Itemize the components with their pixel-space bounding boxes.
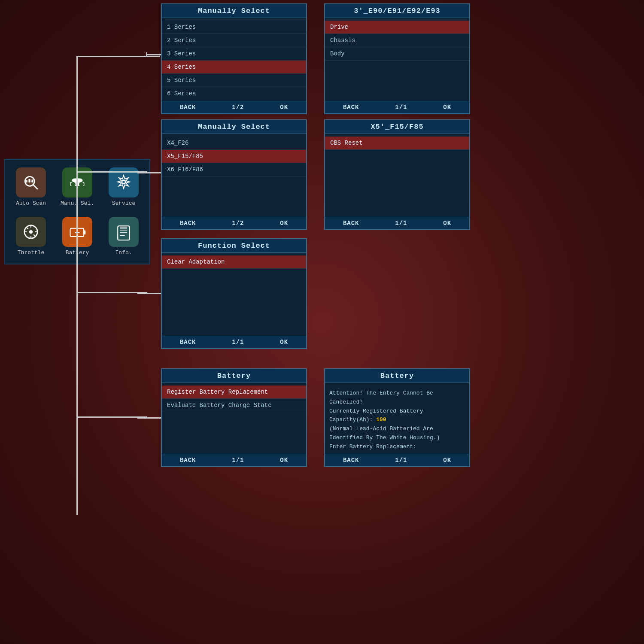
panel7-ok-button[interactable]: OK [443,457,451,464]
list-item-chassis[interactable]: Chassis [325,34,469,47]
panel6-back-button[interactable]: BACK [180,457,196,464]
autoscan-icon-bg [16,167,46,197]
panel2-back-button[interactable]: BACK [343,104,359,111]
svg-line-19 [33,234,35,236]
info-icon [114,222,133,241]
panel-battery-left-content: Register Battery Replacement Evaluate Ba… [162,386,306,450]
list-item-4series[interactable]: 4 Series [162,61,306,74]
panel-manually-select-2-title: Manually Select [198,123,270,131]
menu-item-throttle[interactable]: Throttle [9,213,52,259]
list-item-x5[interactable]: X5_F15/F85 [162,150,306,163]
panel4-back-button[interactable]: BACK [343,220,359,227]
panel-e90: 3'_E90/E91/E92/E93 Drive Chassis Body BA… [324,3,470,114]
hline-3 [76,292,147,293]
list-item-6series[interactable]: 6 Series [162,87,306,97]
svg-point-11 [122,181,125,183]
list-item-register-battery[interactable]: Register Battery Replacement [162,386,306,399]
panel-e90-title: 3'_E90/E91/E92/E93 [354,7,440,15]
panel-manually-select-2-content: X4_F26 X5_F15/F85 X6_F16/F86 [162,137,306,213]
panel-battery-left-footer: BACK 1/1 OK [162,454,306,466]
panel-manually-select-1-content: 1 Series 2 Series 3 Series 4 Series 5 Se… [162,21,306,97]
svg-rect-4 [31,179,33,182]
panel-battery-right-content: Attention! The Entery Cannot Be Cancelle… [325,386,469,450]
panel7-page: 1/1 [395,457,407,464]
panel-function-header: Function Select [162,239,306,253]
list-item-body[interactable]: Body [325,47,469,61]
list-item-cbsreset[interactable]: CBS Reset [325,137,469,150]
panel-manually-select-2-footer: BACK 1/2 OK [162,217,306,229]
throttle-icon [21,222,40,241]
throttle-icon-bg [16,217,46,247]
svg-line-1 [33,185,38,189]
panel4-page: 1/1 [395,220,407,227]
panel-battery-right-title: Battery [380,372,414,380]
main-vline [76,189,78,515]
panel3-page: 1/2 [232,220,244,227]
svg-point-8 [79,182,84,187]
panel-battery-right-header: Battery [325,369,469,383]
panel-battery-right-footer: BACK 1/1 OK [325,454,469,466]
panel-x5-content: CBS Reset [325,137,469,213]
panel-manually-select-2: Manually Select X4_F26 X5_F15/F85 X6_F16… [161,119,307,230]
panel-manually-select-2-header: Manually Select [162,120,306,134]
panel4-ok-button[interactable]: OK [443,220,451,227]
hline-4 [76,416,147,418]
svg-line-18 [27,228,28,229]
panel-x5-title: X5'_F15/F85 [371,123,423,131]
vline-top [76,56,78,190]
list-item-1series[interactable]: 1 Series [162,21,306,34]
list-item-evaluate-battery[interactable]: Evaluate Battery Charge State [162,399,306,412]
panel3-back-button[interactable]: BACK [180,220,196,227]
panel-e90-footer: BACK 1/1 OK [325,101,469,113]
panel6-ok-button[interactable]: OK [280,457,288,464]
service-label: Service [112,200,136,207]
menu-item-info[interactable]: Info. [102,213,145,259]
panel-x5: X5'_F15/F85 CBS Reset BACK 1/1 OK [324,119,470,230]
hline-2 [76,171,147,173]
service-icon [114,173,133,192]
panel-battery-left-title: Battery [217,372,251,380]
panel1-back-button[interactable]: BACK [180,104,196,111]
panel-x5-header: X5'_F15/F85 [325,120,469,134]
list-item-clearadaptation[interactable]: Clear Adaptation [162,255,306,269]
list-item-drive[interactable]: Drive [325,21,469,34]
panel7-back-button[interactable]: BACK [343,457,359,464]
list-item-x4[interactable]: X4_F26 [162,137,306,150]
panel-battery-left: Battery Register Battery Replacement Eva… [161,368,307,467]
battery-enter-label: Enter Battery Raplacement: [329,444,416,450]
list-item-2series[interactable]: 2 Series [162,34,306,47]
svg-point-7 [71,182,76,187]
panel-function-title: Function Select [198,242,270,250]
panel2-page: 1/1 [395,104,407,111]
panel-manually-select-1-title: Manually Select [198,7,270,15]
panel-e90-header: 3'_E90/E91/E92/E93 [325,4,469,18]
list-item-x6[interactable]: X6_F16/F86 [162,163,306,176]
panel5-page: 1/1 [232,339,244,346]
panel-e90-content: Drive Chassis Body [325,21,469,97]
panel-function-footer: BACK 1/1 OK [162,336,306,348]
panel1-page: 1/2 [232,104,244,111]
menu-item-autoscan[interactable]: Auto Scan [9,164,52,210]
list-item-5series[interactable]: 5 Series [162,74,306,87]
panel-function-select: Function Select Clear Adaptation BACK 1/… [161,238,307,349]
panel2-ok-button[interactable]: OK [443,104,451,111]
svg-point-13 [29,230,33,234]
panel5-back-button[interactable]: BACK [180,339,196,346]
autoscan-icon [21,173,40,192]
panel5-ok-button[interactable]: OK [280,339,288,346]
panel3-ok-button[interactable]: OK [280,220,288,227]
info-label: Info. [115,249,132,256]
info-icon-bg [109,217,139,247]
panel-battery-right: Battery Attention! The Entery Cannot Be … [324,368,470,467]
panel-manually-select-1-header: Manually Select [162,4,306,18]
panel-function-content: Clear Adaptation [162,255,306,332]
panel1-ok-button[interactable]: OK [280,104,288,111]
throttle-label: Throttle [18,249,44,256]
panel-manually-select-1-footer: BACK 1/2 OK [162,101,306,113]
svg-rect-28 [120,227,128,229]
panel-manually-select-1: Manually Select 1 Series 2 Series 3 Seri… [161,3,307,114]
panel-x5-footer: BACK 1/1 OK [325,217,469,229]
battery-capacity-value: 100 [376,416,386,423]
battery-info-text: Attention! The Entery Cannot Be Cancelle… [325,386,469,450]
list-item-3series[interactable]: 3 Series [162,47,306,61]
